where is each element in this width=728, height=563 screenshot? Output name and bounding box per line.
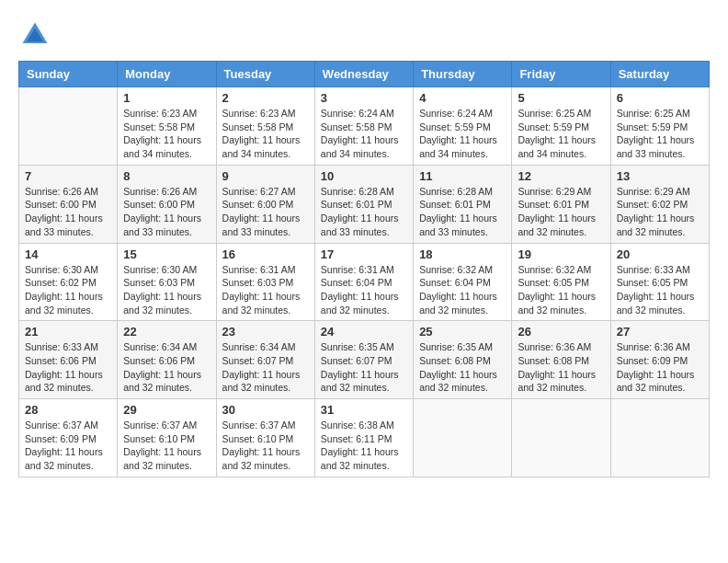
day-info: Sunrise: 6:27 AMSunset: 6:00 PMDaylight:… [222,185,309,239]
calendar-week-row: 28Sunrise: 6:37 AMSunset: 6:09 PMDayligh… [19,399,710,477]
day-number: 5 [518,91,604,105]
calendar-table: SundayMondayTuesdayWednesdayThursdayFrid… [18,61,710,477]
day-info: Sunrise: 6:37 AMSunset: 6:10 PMDaylight:… [222,419,309,473]
day-number: 7 [25,169,111,183]
day-header-thursday: Thursday [414,62,512,87]
calendar-cell [414,399,512,477]
calendar-cell: 6Sunrise: 6:25 AMSunset: 5:59 PMDaylight… [610,87,709,166]
day-info: Sunrise: 6:35 AMSunset: 6:07 PMDaylight:… [321,340,407,395]
day-number: 13 [617,169,703,183]
calendar-week-row: 1Sunrise: 6:23 AMSunset: 5:58 PMDaylight… [19,87,710,166]
calendar-cell: 11Sunrise: 6:28 AMSunset: 6:01 PMDayligh… [414,165,512,243]
day-number: 15 [123,247,210,261]
calendar-cell: 29Sunrise: 6:37 AMSunset: 6:10 PMDayligh… [118,399,216,477]
calendar-cell: 12Sunrise: 6:29 AMSunset: 6:01 PMDayligh… [512,165,610,243]
calendar-cell: 7Sunrise: 6:26 AMSunset: 6:00 PMDaylight… [19,165,118,243]
calendar-cell: 16Sunrise: 6:31 AMSunset: 6:03 PMDayligh… [216,243,314,321]
calendar-cell: 19Sunrise: 6:32 AMSunset: 6:05 PMDayligh… [512,243,610,321]
day-number: 24 [321,325,407,339]
day-info: Sunrise: 6:36 AMSunset: 6:08 PMDaylight:… [518,340,604,395]
day-number: 28 [25,403,111,417]
day-info: Sunrise: 6:30 AMSunset: 6:02 PMDaylight:… [25,263,111,317]
calendar-cell: 10Sunrise: 6:28 AMSunset: 6:01 PMDayligh… [314,165,413,243]
day-info: Sunrise: 6:28 AMSunset: 6:01 PMDaylight:… [419,185,506,239]
day-info: Sunrise: 6:24 AMSunset: 5:59 PMDaylight:… [419,107,506,161]
day-info: Sunrise: 6:29 AMSunset: 6:02 PMDaylight:… [617,185,703,239]
day-info: Sunrise: 6:34 AMSunset: 6:07 PMDaylight:… [222,340,309,395]
day-number: 23 [222,325,309,339]
day-number: 10 [321,169,407,183]
day-info: Sunrise: 6:33 AMSunset: 6:05 PMDaylight:… [617,263,703,317]
calendar-cell: 25Sunrise: 6:35 AMSunset: 6:08 PMDayligh… [414,321,512,399]
calendar-week-row: 7Sunrise: 6:26 AMSunset: 6:00 PMDaylight… [19,165,710,243]
day-number: 22 [123,325,210,339]
day-number: 2 [222,91,309,105]
day-number: 1 [123,91,210,105]
day-info: Sunrise: 6:29 AMSunset: 6:01 PMDaylight:… [518,185,604,239]
day-info: Sunrise: 6:37 AMSunset: 6:09 PMDaylight:… [25,419,111,473]
calendar-cell: 5Sunrise: 6:25 AMSunset: 5:59 PMDaylight… [512,87,610,166]
calendar-cell: 13Sunrise: 6:29 AMSunset: 6:02 PMDayligh… [610,165,709,243]
day-info: Sunrise: 6:23 AMSunset: 5:58 PMDaylight:… [123,107,210,161]
calendar-cell: 23Sunrise: 6:34 AMSunset: 6:07 PMDayligh… [216,321,314,399]
calendar-cell: 14Sunrise: 6:30 AMSunset: 6:02 PMDayligh… [19,243,118,321]
calendar-header-row: SundayMondayTuesdayWednesdayThursdayFrid… [19,62,710,87]
day-header-friday: Friday [512,62,610,87]
calendar-cell: 26Sunrise: 6:36 AMSunset: 6:08 PMDayligh… [512,321,610,399]
logo-icon [18,18,51,52]
day-header-wednesday: Wednesday [314,62,413,87]
calendar-cell: 31Sunrise: 6:38 AMSunset: 6:11 PMDayligh… [314,399,413,477]
day-number: 21 [25,325,111,339]
day-info: Sunrise: 6:25 AMSunset: 5:59 PMDaylight:… [617,107,703,161]
calendar-cell: 17Sunrise: 6:31 AMSunset: 6:04 PMDayligh… [314,243,413,321]
day-header-sunday: Sunday [19,62,118,87]
day-number: 30 [222,403,309,417]
day-number: 20 [617,247,703,261]
day-info: Sunrise: 6:33 AMSunset: 6:06 PMDaylight:… [25,340,111,395]
calendar-cell: 1Sunrise: 6:23 AMSunset: 5:58 PMDaylight… [118,87,216,166]
day-header-monday: Monday [118,62,216,87]
calendar-week-row: 14Sunrise: 6:30 AMSunset: 6:02 PMDayligh… [19,243,710,321]
day-info: Sunrise: 6:37 AMSunset: 6:10 PMDaylight:… [123,419,210,473]
calendar-cell: 18Sunrise: 6:32 AMSunset: 6:04 PMDayligh… [414,243,512,321]
calendar-cell: 21Sunrise: 6:33 AMSunset: 6:06 PMDayligh… [19,321,118,399]
calendar-cell: 4Sunrise: 6:24 AMSunset: 5:59 PMDaylight… [414,87,512,166]
day-number: 11 [419,169,506,183]
day-info: Sunrise: 6:38 AMSunset: 6:11 PMDaylight:… [321,419,407,473]
day-number: 3 [321,91,407,105]
calendar-cell: 15Sunrise: 6:30 AMSunset: 6:03 PMDayligh… [118,243,216,321]
day-info: Sunrise: 6:32 AMSunset: 6:05 PMDaylight:… [518,263,604,317]
calendar-cell: 20Sunrise: 6:33 AMSunset: 6:05 PMDayligh… [610,243,709,321]
day-info: Sunrise: 6:23 AMSunset: 5:58 PMDaylight:… [222,107,309,161]
calendar-cell: 8Sunrise: 6:26 AMSunset: 6:00 PMDaylight… [118,165,216,243]
calendar-cell: 24Sunrise: 6:35 AMSunset: 6:07 PMDayligh… [314,321,413,399]
day-info: Sunrise: 6:24 AMSunset: 5:58 PMDaylight:… [321,107,407,161]
calendar-cell: 30Sunrise: 6:37 AMSunset: 6:10 PMDayligh… [216,399,314,477]
day-number: 27 [617,325,703,339]
day-info: Sunrise: 6:25 AMSunset: 5:59 PMDaylight:… [518,107,604,161]
calendar-cell: 3Sunrise: 6:24 AMSunset: 5:58 PMDaylight… [314,87,413,166]
calendar-cell: 9Sunrise: 6:27 AMSunset: 6:00 PMDaylight… [216,165,314,243]
day-info: Sunrise: 6:28 AMSunset: 6:01 PMDaylight:… [321,185,407,239]
day-header-tuesday: Tuesday [216,62,314,87]
day-number: 17 [321,247,407,261]
day-number: 4 [419,91,506,105]
day-info: Sunrise: 6:30 AMSunset: 6:03 PMDaylight:… [123,263,210,317]
day-info: Sunrise: 6:32 AMSunset: 6:04 PMDaylight:… [419,263,506,317]
day-number: 6 [617,91,703,105]
day-number: 18 [419,247,506,261]
day-number: 26 [518,325,604,339]
day-number: 8 [123,169,210,183]
day-number: 29 [123,403,210,417]
day-number: 12 [518,169,604,183]
day-info: Sunrise: 6:26 AMSunset: 6:00 PMDaylight:… [123,185,210,239]
day-info: Sunrise: 6:31 AMSunset: 6:03 PMDaylight:… [222,263,309,317]
calendar-cell: 28Sunrise: 6:37 AMSunset: 6:09 PMDayligh… [19,399,118,477]
day-info: Sunrise: 6:34 AMSunset: 6:06 PMDaylight:… [123,340,210,395]
day-info: Sunrise: 6:35 AMSunset: 6:08 PMDaylight:… [419,340,506,395]
day-number: 9 [222,169,309,183]
calendar-cell [512,399,610,477]
calendar-cell [19,87,118,166]
calendar-week-row: 21Sunrise: 6:33 AMSunset: 6:06 PMDayligh… [19,321,710,399]
calendar-cell: 27Sunrise: 6:36 AMSunset: 6:09 PMDayligh… [610,321,709,399]
